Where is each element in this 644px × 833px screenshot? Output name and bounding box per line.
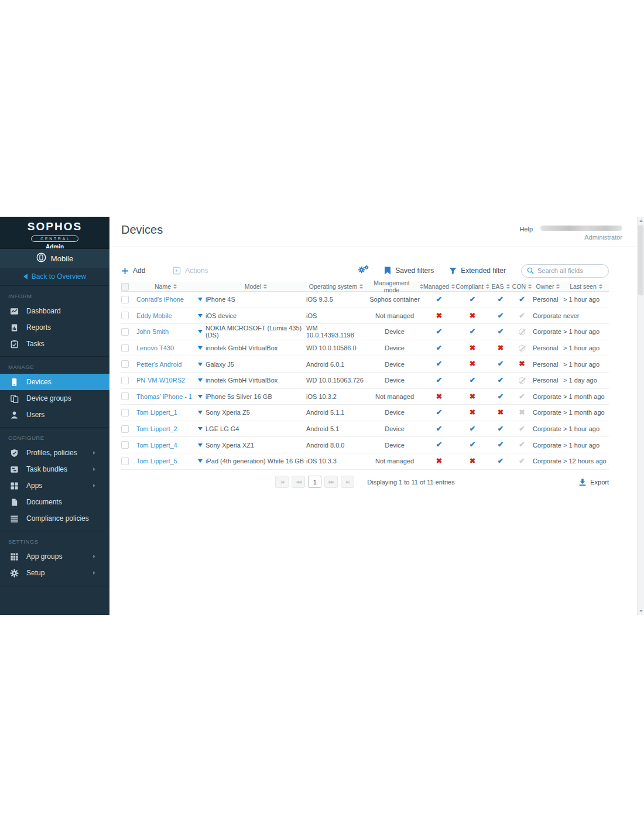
device-model: iPhone 5s Silver 16 GB [205,393,306,400]
row-checkbox[interactable] [121,392,129,400]
row-checkbox[interactable] [121,377,129,384]
sort-icon [599,284,602,289]
device-name-link[interactable]: PN-VM-W10RS2 [136,377,185,384]
eas-status: ✔ [490,458,511,465]
previous-page-button[interactable]: ◀◀ [292,476,305,488]
column-header-last-seen[interactable]: Last seen [563,283,609,290]
row-expand-caret-icon[interactable] [198,443,203,447]
row-expand-caret-icon[interactable] [198,363,203,366]
last-seen: > 1 hour ago [563,296,609,303]
device-name-link[interactable]: Tom Lippert_4 [136,442,177,449]
con-status: ✔ [511,441,533,449]
actions-button[interactable]: Actions [173,267,208,275]
sidebar-item-devices[interactable]: Devices [0,374,109,390]
column-header-name[interactable]: Name [136,283,195,290]
next-page-button[interactable]: ▶▶ [324,476,338,488]
management-mode: Device [366,328,423,335]
device-name-link[interactable]: Lenovo T430 [136,344,174,351]
select-all-checkbox[interactable] [121,283,129,291]
sidebar-item-task-bundles[interactable]: Task bundles [0,461,109,477]
last-page-button[interactable]: ▶| [341,476,354,488]
row-checkbox[interactable] [121,409,129,416]
sidebar-item-reports[interactable]: Reports [0,319,109,336]
row-expand-caret-icon[interactable] [198,427,203,431]
device-name-link[interactable]: Tom Lippert_2 [136,425,177,432]
user-name-redacted[interactable] [540,226,622,231]
column-header-os[interactable]: Operating system [306,283,366,290]
first-page-button[interactable]: |◀ [275,476,289,488]
row-checkbox[interactable] [121,312,129,319]
row-expand-caret-icon[interactable] [198,298,203,301]
vertical-scrollbar[interactable] [637,217,644,615]
row-checkbox[interactable] [121,458,129,465]
management-mode: Device [366,442,423,449]
sidebar-item-profiles-policies[interactable]: Profiles, policies [0,445,109,461]
sidebar-item-compliance-policies[interactable]: Compliance policies [0,510,109,527]
search-input[interactable] [537,267,602,274]
help-link[interactable]: Help [519,226,533,233]
managed-status: ✔ [423,409,455,416]
row-expand-caret-icon[interactable] [198,459,203,463]
device-name-link[interactable]: Thomas' iPhone - 1 [136,393,192,400]
sidebar-item-tasks[interactable]: Tasks [0,336,109,352]
row-checkbox[interactable] [121,328,129,336]
add-button[interactable]: Add [121,267,145,275]
row-expand-caret-icon[interactable] [198,330,203,333]
column-header-eas[interactable]: EAS [490,283,511,290]
device-os: WM 10.0.14393.1198 [306,325,366,339]
column-settings-button[interactable] [358,265,369,276]
device-os: Android 8.0.0 [306,442,366,449]
table-row: Petter's Android Galaxy J5 Android 6.0.1… [121,356,609,373]
extended-filter-button[interactable]: Extended filter [449,267,506,275]
shield-icon [10,449,19,458]
row-checkbox[interactable] [121,344,129,352]
device-name-link[interactable]: Conrad's iPhone [136,296,184,303]
device-model: iPhone 4S [205,296,306,303]
column-header-managed[interactable]: Managed [423,283,455,290]
row-expand-caret-icon[interactable] [198,378,203,382]
scrollbar-thumb[interactable] [638,225,643,295]
device-name-link[interactable]: Eddy Mobile [136,312,172,319]
sidebar-item-documents[interactable]: Documents [0,494,109,510]
table-row: Tom Lippert_1 Sony Xperia Z5 Android 5.1… [121,405,609,421]
saved-filters-button[interactable]: Saved filters [384,267,434,275]
back-to-overview-link[interactable]: Back to Overview [0,268,109,286]
check-icon: ✔ [436,344,442,352]
row-expand-caret-icon[interactable] [198,395,203,398]
column-header-con[interactable]: CON [511,283,533,290]
current-page-button[interactable]: 1 [308,476,321,488]
column-header-model[interactable]: Model [205,283,306,290]
sidebar-item-users[interactable]: Users [0,407,109,423]
row-checkbox[interactable] [121,360,129,368]
sidebar-item-app-groups[interactable]: App groups [0,548,109,565]
device-name-link[interactable]: John Smith [136,328,169,335]
export-button[interactable]: Export [578,478,609,486]
row-expand-caret-icon[interactable] [198,411,203,414]
row-checkbox[interactable] [121,441,129,449]
managed-status: ✔ [423,328,455,336]
column-header-compliant[interactable]: Compliant [455,283,490,290]
sidebar-item-device-groups[interactable]: Device groups [0,390,109,407]
last-seen: > 1 day ago [563,377,609,384]
row-checkbox[interactable] [121,296,129,303]
cross-icon: ✖ [498,409,503,416]
device-name-link[interactable]: Tom Lippert_5 [136,458,177,465]
sidebar-item-dashboard[interactable]: Dashboard [0,303,109,319]
sidebar-item-setup[interactable]: Setup [0,565,109,581]
column-header-management-mode[interactable]: Management mode [366,279,423,293]
sort-icon [556,284,560,289]
device-name-link[interactable]: Petter's Android [136,361,181,368]
row-expand-caret-icon[interactable] [198,346,203,350]
row-expand-caret-icon[interactable] [198,314,203,318]
device-os: iOS 9.3.5 [306,296,366,303]
sidebar-item-apps[interactable]: Apps [0,477,109,494]
cross-icon: ✖ [470,458,475,465]
device-os: iOS 10.3.3 [306,458,366,465]
scroll-down-arrow-icon[interactable] [639,610,643,612]
check-icon: ✔ [470,296,475,303]
device-name-link[interactable]: Tom Lippert_1 [136,409,177,416]
column-header-owner[interactable]: Owner [533,283,563,290]
scroll-up-arrow-icon[interactable] [639,220,643,222]
last-seen: > 1 hour ago [563,442,609,449]
row-checkbox[interactable] [121,425,129,433]
